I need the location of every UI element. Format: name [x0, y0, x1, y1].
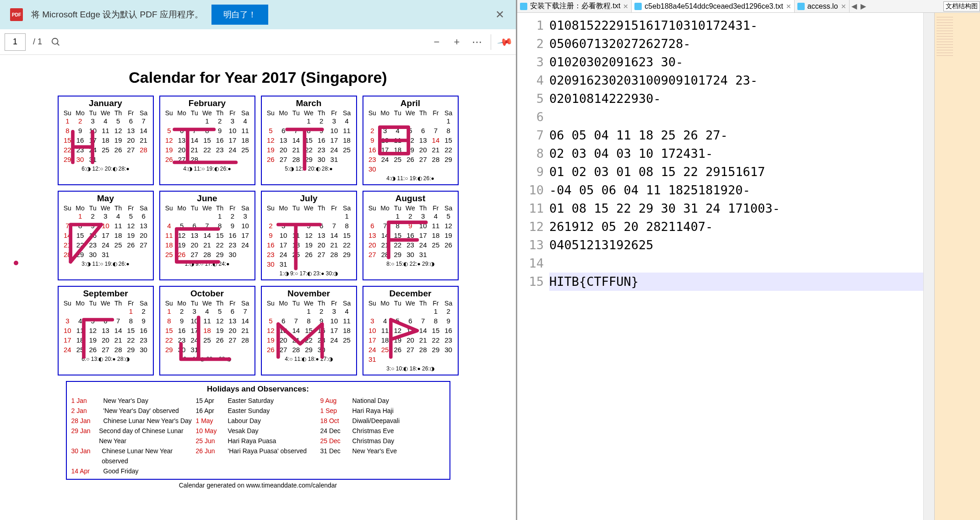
pdf-toolbar: / 1 − + ⋯ 📌 — [0, 29, 516, 55]
marker-dot — [14, 261, 18, 265]
holiday-row: 9 AugNational Day — [320, 396, 445, 406]
month-november: NovemberSuMoTuWeThFrSa123456789101112131… — [261, 286, 357, 375]
zoom-in-icon[interactable]: + — [450, 36, 463, 48]
holiday-row: 2 Jan'New Year's Day' observed — [71, 406, 196, 416]
holiday-row: 15 AprEaster Saturday — [196, 396, 320, 406]
holiday-row: 14 AprGood Friday — [71, 466, 196, 476]
tab-close-icon[interactable]: ✕ — [623, 3, 628, 10]
editor-tab[interactable]: access.lo✕ — [795, 0, 850, 12]
svg-point-0 — [52, 38, 58, 44]
zoom-out-icon[interactable]: − — [430, 36, 443, 48]
editor-panel: 安装下载注册：必看教程.txt✕c5eb188a4e514ddc9ceaed3e… — [517, 0, 980, 520]
month-march: MarchSuMoTuWeThFrSa123456789101112131415… — [261, 96, 357, 185]
holiday-row: 31 DecNew Year's Eve — [320, 446, 445, 456]
month-september: SeptemberSuMoTuWeThFrSa12345678910111213… — [58, 286, 154, 375]
holiday-row: 16 AprEaster Sunday — [196, 406, 320, 416]
notification-text: 将 Microsoft Edge 设为默认 PDF 应用程序。 — [31, 9, 203, 21]
holiday-row: 1 SepHari Raya Haji — [320, 406, 445, 416]
calendar-grid: JanuarySuMoTuWeThFrSa1234567891011121314… — [46, 96, 470, 375]
footer-note: Calendar generated on www.timeanddate.co… — [46, 482, 470, 489]
vertical-scrollbar[interactable] — [923, 13, 934, 520]
pdf-icon: PDF — [10, 8, 23, 21]
holiday-row: 29 JanSecond day of Chinese Lunar New Ye… — [71, 426, 196, 446]
month-december: DecemberSuMoTuWeThFrSa123456789101112131… — [363, 286, 459, 375]
holidays-title: Holidays and Observances: — [71, 385, 445, 394]
holiday-row: 1 MayLabour Day — [196, 416, 320, 426]
page-number-input[interactable] — [5, 33, 26, 51]
month-june: JuneSuMoTuWeThFrSa1234567891011121314151… — [159, 191, 255, 280]
tab-close-icon[interactable]: ✕ — [841, 3, 846, 10]
holidays-box: Holidays and Observances: 1 JanNew Year'… — [66, 381, 450, 480]
file-icon — [634, 3, 642, 10]
holiday-row: 30 JanChinese Lunar New Year observed — [71, 446, 196, 466]
page-total-label: / 1 — [33, 37, 42, 47]
holiday-row: 26 Jun'Hari Raya Puasa' observed — [196, 446, 320, 456]
editor-tab[interactable]: c5eb188a4e514ddc9ceaed3ed1296ce3.txt✕ — [632, 0, 795, 12]
month-january: JanuarySuMoTuWeThFrSa1234567891011121314… — [58, 96, 154, 185]
tab-scroll-left-icon[interactable]: ◀ — [850, 1, 859, 11]
holiday-row: 1 JanNew Year's Day — [71, 396, 196, 406]
month-may: MaySuMoTuWeThFrSa12345678910111213141516… — [58, 191, 154, 280]
tab-scroll-right-icon[interactable]: ▶ — [859, 1, 868, 11]
month-august: AugustSuMoTuWeThFrSa12345678910111213141… — [363, 191, 459, 280]
editor-tab[interactable]: 安装下载注册：必看教程.txt✕ — [517, 0, 632, 12]
holiday-row: 24 DecChristmas Eve — [320, 426, 445, 436]
more-icon[interactable]: ⋯ — [471, 36, 483, 48]
pdf-viewer-panel: PDF 将 Microsoft Edge 设为默认 PDF 应用程序。 明白了！… — [0, 0, 517, 520]
search-icon[interactable] — [49, 36, 62, 48]
holiday-row: 28 JanChinese Lunar New Year's Day — [71, 416, 196, 426]
editor-main[interactable]: 123456789101112131415 010815222915161710… — [517, 13, 934, 520]
month-february: FebruarySuMoTuWeThFrSa123456789101112131… — [159, 96, 255, 185]
holiday-row: 25 DecChristmas Day — [320, 436, 445, 446]
calendar-title: Calendar for Year 2017 (Singapore) — [46, 69, 470, 86]
pdf-content[interactable]: Calendar for Year 2017 (Singapore) Janua… — [0, 55, 516, 520]
document-minimap[interactable]: ~~~~~~~~~~~~ ~~~~~~~~~~~~ ~~~~~~~~~~~~ ~… — [934, 13, 980, 520]
month-april: AprilSuMoTuWeThFrSa123456789101112131415… — [363, 96, 459, 185]
month-july: JulySuMoTuWeThFrSa1234567891011121314151… — [261, 191, 357, 280]
holiday-row: 18 OctDiwali/Deepavali — [320, 416, 445, 426]
code-area[interactable]: 010815222915161710310172431- 05060713202… — [549, 13, 923, 520]
month-october: OctoberSuMoTuWeThFrSa1234567891011121314… — [159, 286, 255, 375]
tabs-row: 安装下载注册：必看教程.txt✕c5eb188a4e514ddc9ceaed3e… — [517, 0, 980, 13]
separator — [491, 34, 491, 50]
holiday-row: 25 JunHari Raya Puasa — [196, 436, 320, 446]
pin-icon[interactable]: 📌 — [496, 33, 514, 51]
tab-close-icon[interactable]: ✕ — [786, 3, 791, 10]
close-icon[interactable]: ✕ — [494, 9, 506, 21]
line-gutter: 123456789101112131415 — [517, 13, 549, 520]
structure-panel-label[interactable]: 文档结构图 — [943, 1, 980, 11]
notification-bar: PDF 将 Microsoft Edge 设为默认 PDF 应用程序。 明白了！… — [0, 0, 516, 29]
svg-line-1 — [57, 43, 60, 45]
file-icon — [797, 3, 805, 10]
holiday-row: 10 MayVesak Day — [196, 426, 320, 436]
notification-ok-button[interactable]: 明白了！ — [211, 5, 268, 25]
file-icon — [520, 3, 527, 10]
